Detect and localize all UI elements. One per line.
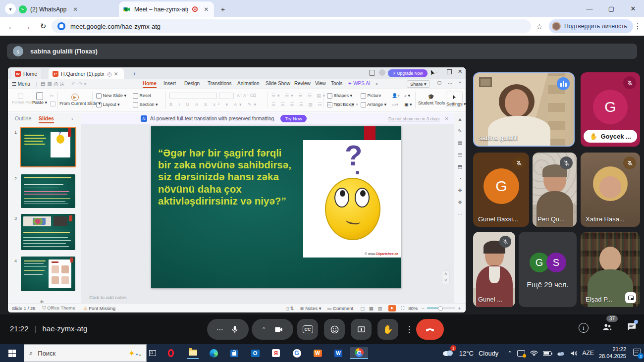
pin-icon[interactable]: ◎: [107, 71, 112, 77]
notification-center-icon[interactable]: 3: [633, 349, 641, 358]
browser-menu-icon[interactable]: ⋮: [632, 21, 643, 32]
taskbar-clock[interactable]: 21:22 28.04.2025: [599, 346, 626, 360]
doc-close-icon[interactable]: ✕: [114, 71, 118, 77]
quick-access-icons[interactable]: ▤▥⎙⎘: [41, 81, 66, 87]
comment-toggle[interactable]: ▭ Comment: [327, 306, 353, 311]
ribbon-tab-view[interactable]: View: [315, 81, 326, 86]
ribbon-tab-review[interactable]: Review: [294, 81, 311, 86]
ribbon-tab-slideshow[interactable]: Slide Show: [266, 81, 290, 86]
tab-meet[interactable]: Meet – hae-zymx-atg ✕: [119, 1, 214, 17]
zoom-out-icon[interactable]: –: [422, 306, 424, 311]
font-size-select[interactable]: [219, 93, 234, 99]
present-button[interactable]: [351, 319, 372, 340]
taskbar-outlook-icon[interactable]: O: [249, 347, 261, 359]
tab-close-icon[interactable]: ✕: [71, 5, 79, 13]
side-tool-icon[interactable]: ◔: [454, 172, 466, 184]
more-icon[interactable]: ⋯: [448, 81, 453, 86]
task-view-icon[interactable]: [147, 347, 159, 359]
reactions-button[interactable]: [324, 319, 345, 340]
taskbar-yandex-icon[interactable]: Я: [270, 347, 282, 359]
slide-thumbnail-4[interactable]: [21, 257, 75, 291]
tile-peri[interactable]: Peri Qu...: [533, 153, 577, 227]
banner-close-icon[interactable]: ✕: [445, 116, 449, 121]
outline-tab[interactable]: Outline: [15, 115, 31, 121]
mic-control[interactable]: ⋯: [207, 319, 249, 340]
zoom-slider[interactable]: [427, 308, 455, 309]
tab-search-button[interactable]: ▾: [5, 3, 16, 14]
tile-goycek[interactable]: G ✋Goycek ...: [581, 72, 640, 147]
slideshow-play-icon[interactable]: ▶: [388, 305, 396, 311]
side-more-icon[interactable]: ⋯: [454, 208, 466, 220]
notes-hint[interactable]: Click to add notes: [89, 295, 127, 300]
taskbar-chrome-icon[interactable]: [350, 347, 368, 359]
window-tool-button[interactable]: ▣ ▾: [404, 102, 412, 107]
ribbon-search-icon[interactable]: ⌕: [376, 81, 378, 87]
paste-button[interactable]: Paste ▾: [31, 91, 49, 105]
shapes-button[interactable]: Shapes ▾: [327, 93, 352, 99]
zoom-in-icon[interactable]: +: [458, 306, 461, 311]
cut-icon[interactable]: ✂: [50, 93, 54, 99]
taskbar-explorer-icon[interactable]: [187, 347, 199, 359]
tile-gunel-baxsi[interactable]: G Gunel Baxsi...: [473, 153, 529, 227]
back-icon[interactable]: ←: [6, 21, 17, 32]
font-missing-warning[interactable]: ⚠ Font Missing: [83, 306, 115, 311]
taskbar-search[interactable]: ⌕ Поиск ✦✦••: [24, 344, 147, 362]
view-mode-icons[interactable]: ▢ ▦ ▥: [360, 306, 383, 311]
side-tool-icon[interactable]: ✎: [454, 125, 466, 137]
slides-tab[interactable]: Slides: [39, 115, 54, 123]
layout-button[interactable]: Layout ▾: [96, 102, 120, 107]
wps-home-tab[interactable]: W Home: [11, 68, 41, 79]
hamburger-icon[interactable]: ☰ Menu: [12, 81, 30, 87]
taskbar-word-icon[interactable]: W: [332, 347, 344, 359]
address-bar[interactable]: meet.google.com/hae-zymx-atg: [52, 19, 531, 33]
banner-dismiss-link[interactable]: Do not show me in 3 days: [388, 116, 440, 121]
chat-button[interactable]: [626, 321, 637, 334]
try-now-button[interactable]: Try Now: [280, 115, 307, 122]
taskbar-opera-icon[interactable]: [165, 347, 177, 359]
captions-button[interactable]: CC: [297, 319, 318, 340]
section-button[interactable]: Section ▾: [133, 102, 158, 107]
undo-icon[interactable]: ↶: [71, 81, 75, 87]
raise-hand-button[interactable]: ✋: [377, 319, 398, 340]
start-button[interactable]: [0, 344, 24, 362]
hidden-icons-chevron[interactable]: ⌃: [507, 350, 512, 357]
tablet-mode-icon[interactable]: [517, 350, 525, 357]
current-slide[interactable]: “Əgər hər bir şagird fərqli bir zəka növ…: [151, 126, 401, 288]
ribbon-tab-home[interactable]: Home: [143, 81, 157, 88]
status-icon[interactable]: ▯ ⇅: [286, 306, 294, 311]
wps-minimize-icon[interactable]: –: [435, 68, 438, 74]
window-maximize-button[interactable]: ▢: [600, 0, 622, 17]
volume-icon[interactable]: [570, 350, 578, 357]
slide-thumbnail-3[interactable]: [21, 214, 75, 250]
identity-button[interactable]: Подтвердить личность: [549, 19, 633, 33]
font-grow-shrink-icons[interactable]: A⁺ A⁻ ⌫: [237, 93, 256, 98]
taskbar-edge-icon[interactable]: [208, 347, 219, 359]
from-current-slide-button[interactable]: ▶ From Current Slide ▾: [59, 92, 90, 106]
tab-close-icon[interactable]: ✕: [203, 5, 210, 13]
side-tool-icon[interactable]: ▦: [454, 137, 466, 149]
upgrade-button[interactable]: ⚡ Upgrade Now: [388, 69, 428, 77]
fit-slide-icon[interactable]: ⛶: [401, 305, 404, 311]
wps-document-tab[interactable]: P H.Qardner (1).pptx ◎ ✕: [49, 68, 124, 79]
share-button[interactable]: Share ▾: [407, 80, 430, 88]
comment-bubble-icon[interactable]: 🗨: [437, 81, 442, 86]
collapse-panel-icon[interactable]: ‹: [71, 115, 73, 121]
end-call-button[interactable]: [416, 319, 444, 340]
weather-icon[interactable]: 1: [441, 348, 454, 359]
participants-button[interactable]: 37: [601, 321, 613, 334]
picture-button[interactable]: Picture: [361, 93, 381, 99]
weather-temp[interactable]: 12°C: [459, 350, 474, 357]
theme-icon[interactable]: ⛉ Office Theme: [43, 305, 75, 311]
tile-more-people[interactable]: G S Ещё 29 чел.: [519, 232, 577, 307]
weather-condition[interactable]: Cloudy: [479, 350, 498, 357]
reset-button[interactable]: Reset: [133, 93, 151, 99]
side-scroll-up-icon[interactable]: ▲: [454, 113, 466, 125]
tile-gunel[interactable]: Gunel ...: [473, 232, 515, 307]
tab-whatsapp[interactable]: (2) WhatsApp ✕: [15, 1, 116, 17]
taskbar-google-icon[interactable]: G: [291, 347, 303, 359]
battery-icon[interactable]: [543, 351, 551, 356]
forward-icon[interactable]: →: [22, 21, 33, 32]
slide-thumbnail-1[interactable]: ?: [21, 128, 75, 166]
font-style-icons[interactable]: B I U A S x² ▾ A▾ ✎▾: [169, 102, 259, 107]
layout-mode-icon[interactable]: [369, 70, 375, 76]
